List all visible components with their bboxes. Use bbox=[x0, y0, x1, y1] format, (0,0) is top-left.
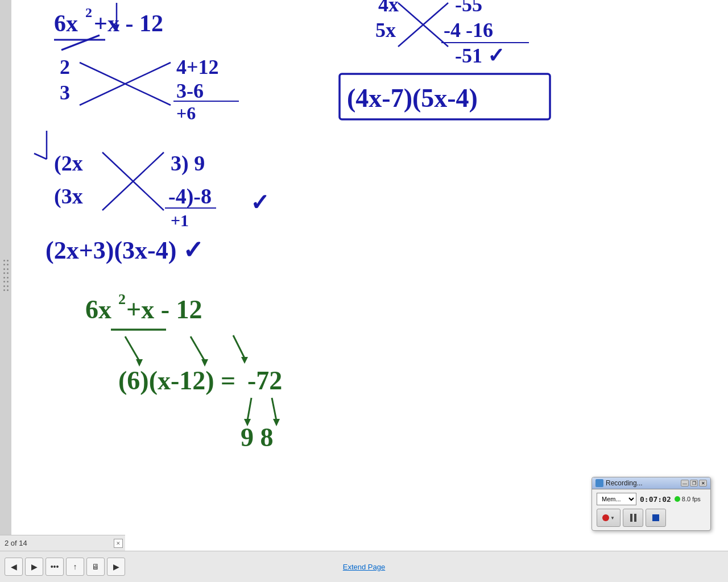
stop-button[interactable] bbox=[646, 509, 666, 527]
svg-text:(2x+3)(3x-4) ✓: (2x+3)(3x-4) ✓ bbox=[46, 236, 204, 264]
toolbar-left: ◀ ▶ ••• ↑ 🖥 ▶ bbox=[0, 558, 130, 576]
recording-title-controls: — ❐ ✕ bbox=[681, 480, 707, 487]
svg-text:✓: ✓ bbox=[250, 190, 270, 215]
svg-text:5x: 5x bbox=[375, 19, 396, 41]
fps-value: 8.0 fps bbox=[682, 496, 701, 502]
extend-page-link[interactable]: Extend Page bbox=[343, 563, 385, 571]
page-counter-text: 2 of 14 bbox=[5, 539, 27, 547]
toolbar-center: Extend Page bbox=[343, 562, 385, 572]
page-counter-close-icon[interactable]: ✕ bbox=[114, 539, 123, 548]
stop-icon bbox=[652, 514, 659, 521]
svg-text:+1: +1 bbox=[171, 211, 189, 230]
recording-titlebar: Recording... — ❐ ✕ bbox=[592, 477, 710, 489]
svg-text:9  8: 9 8 bbox=[241, 423, 274, 452]
svg-text:4x: 4x bbox=[378, 0, 399, 16]
svg-marker-42 bbox=[273, 419, 280, 426]
svg-text:3: 3 bbox=[60, 81, 70, 104]
math-content: 6x 2 +x - 12 2 3 4+12 3-6 +6 (2x 3) 9 (3… bbox=[11, 0, 728, 546]
upload-button[interactable]: ↑ bbox=[66, 558, 84, 576]
more-button[interactable]: ••• bbox=[46, 558, 64, 576]
svg-text:2: 2 bbox=[85, 5, 92, 20]
svg-text:(2x: (2x bbox=[54, 151, 83, 176]
svg-line-16 bbox=[34, 153, 47, 159]
record-dropdown-arrow: ▼ bbox=[610, 516, 615, 521]
minimize-button[interactable]: — bbox=[681, 480, 689, 487]
svg-text:6x: 6x bbox=[54, 10, 78, 36]
svg-text:(3x: (3x bbox=[54, 184, 83, 209]
svg-line-41 bbox=[272, 398, 276, 421]
record-button[interactable]: ▼ bbox=[597, 509, 621, 527]
back-button[interactable]: ◀ bbox=[5, 558, 23, 576]
pause-button[interactable] bbox=[623, 509, 643, 527]
sidebar-dots bbox=[2, 259, 10, 293]
svg-line-4 bbox=[61, 35, 100, 50]
svg-text:(4x-7)(5x-4): (4x-7)(5x-4) bbox=[347, 84, 478, 113]
svg-text:4+12: 4+12 bbox=[176, 56, 219, 78]
svg-text:-55: -55 bbox=[455, 0, 482, 16]
recording-title-label: Recording... bbox=[606, 479, 643, 487]
whiteboard: 6x 2 +x - 12 2 3 4+12 3-6 +6 (2x 3) 9 (3… bbox=[11, 0, 728, 551]
svg-line-35 bbox=[233, 335, 245, 358]
bottom-toolbar: ◀ ▶ ••• ↑ 🖥 ▶ Extend Page bbox=[0, 551, 728, 582]
svg-text:6x: 6x bbox=[85, 295, 111, 324]
svg-text:+x - 12: +x - 12 bbox=[126, 295, 202, 324]
right-button[interactable]: ▶ bbox=[107, 558, 125, 576]
svg-text:-4  -16: -4 -16 bbox=[444, 19, 493, 41]
recording-dropdown[interactable]: Mem... bbox=[597, 493, 636, 505]
svg-text:+6: +6 bbox=[176, 103, 196, 123]
forward-button[interactable]: ▶ bbox=[25, 558, 43, 576]
svg-text:-72: -72 bbox=[247, 366, 282, 395]
svg-text:+x - 12: +x - 12 bbox=[94, 10, 163, 36]
svg-text:3) 9: 3) 9 bbox=[171, 151, 205, 176]
page-counter: 2 of 14 ✕ bbox=[0, 535, 125, 551]
recording-controls: ▼ bbox=[597, 509, 706, 527]
close-button[interactable]: ✕ bbox=[699, 480, 707, 487]
restore-button[interactable]: ❐ bbox=[690, 480, 698, 487]
svg-marker-36 bbox=[241, 357, 248, 364]
svg-text:2: 2 bbox=[60, 56, 70, 78]
svg-text:-4)-8: -4)-8 bbox=[168, 184, 212, 209]
svg-text:(6)(x-12) =: (6)(x-12) = bbox=[118, 366, 235, 395]
record-icon bbox=[602, 514, 609, 521]
svg-text:3-6: 3-6 bbox=[176, 80, 204, 102]
recording-body: Mem... 0:07:02 8.0 fps ▼ bbox=[592, 489, 710, 530]
svg-line-33 bbox=[191, 336, 205, 361]
fps-indicator bbox=[675, 496, 680, 502]
screen-button[interactable]: 🖥 bbox=[86, 558, 105, 576]
svg-line-31 bbox=[125, 336, 139, 361]
sidebar-handle[interactable] bbox=[0, 0, 11, 551]
recording-fps: 8.0 fps bbox=[675, 496, 701, 502]
recording-icon bbox=[595, 479, 603, 487]
recording-widget: Recording... — ❐ ✕ Mem... 0:07:02 8.0 fp… bbox=[592, 477, 711, 531]
pause-icon bbox=[630, 514, 636, 522]
svg-text:2: 2 bbox=[118, 291, 126, 307]
svg-line-39 bbox=[247, 398, 251, 421]
recording-time: 0:07:02 bbox=[640, 495, 671, 504]
recording-row1: Mem... 0:07:02 8.0 fps bbox=[597, 493, 706, 505]
svg-text:-51 ✓: -51 ✓ bbox=[455, 44, 504, 67]
recording-title: Recording... bbox=[595, 479, 643, 487]
